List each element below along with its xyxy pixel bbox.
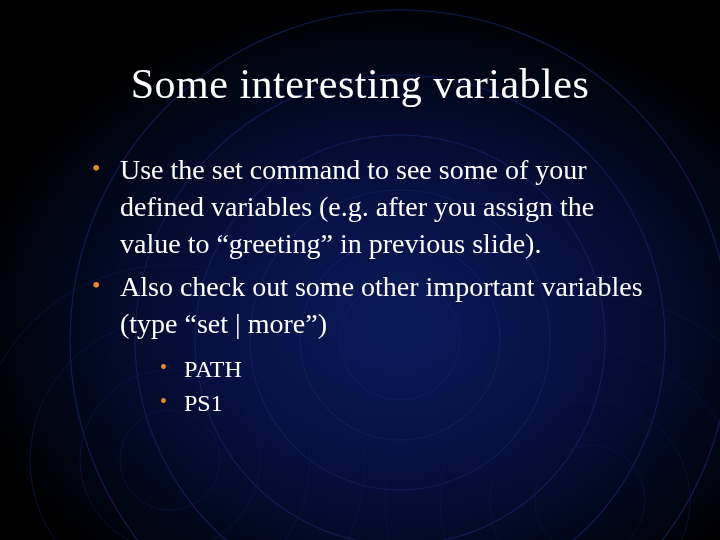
slide-title: Some interesting variables xyxy=(60,60,660,108)
bullet-item: Use the set command to see some of your … xyxy=(92,152,660,263)
bullet-text: Also check out some other important vari… xyxy=(120,271,643,339)
bullet-item: Also check out some other important vari… xyxy=(92,269,660,420)
sub-bullet-item: PS1 xyxy=(160,387,660,419)
slide: Some interesting variables Use the set c… xyxy=(0,0,720,540)
sub-bullet-list: PATH PS1 xyxy=(120,353,660,420)
bullet-list: Use the set command to see some of your … xyxy=(60,152,660,420)
sub-bullet-item: PATH xyxy=(160,353,660,385)
